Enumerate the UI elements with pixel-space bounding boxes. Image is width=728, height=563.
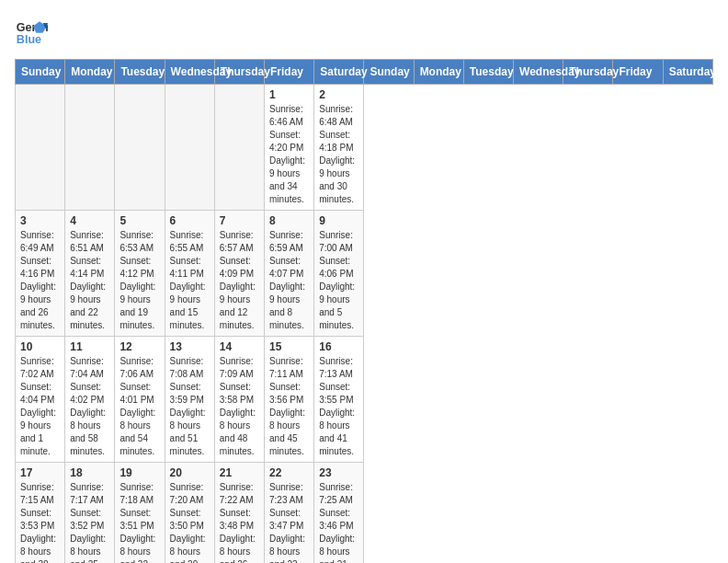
day-cell	[16, 85, 65, 211]
day-cell: 23Sunrise: 7:25 AM Sunset: 3:46 PM Dayli…	[314, 463, 364, 564]
day-number: 9	[319, 214, 358, 227]
day-number: 3	[20, 214, 60, 227]
day-info: Sunrise: 7:22 AM Sunset: 3:48 PM Dayligh…	[220, 481, 259, 563]
week-row-3: 10Sunrise: 7:02 AM Sunset: 4:04 PM Dayli…	[16, 337, 713, 463]
col-header-tuesday: Tuesday	[463, 60, 513, 85]
day-number: 1	[269, 88, 309, 101]
day-number: 23	[319, 466, 358, 479]
day-info: Sunrise: 7:20 AM Sunset: 3:50 PM Dayligh…	[170, 481, 210, 563]
day-info: Sunrise: 7:13 AM Sunset: 3:55 PM Dayligh…	[319, 355, 358, 458]
day-number: 19	[119, 466, 159, 479]
day-info: Sunrise: 7:25 AM Sunset: 3:46 PM Dayligh…	[319, 481, 358, 563]
day-cell: 10Sunrise: 7:02 AM Sunset: 4:04 PM Dayli…	[16, 337, 65, 463]
day-number: 14	[220, 340, 259, 353]
day-number: 21	[220, 466, 259, 479]
day-number: 16	[319, 340, 358, 353]
day-info: Sunrise: 6:59 AM Sunset: 4:07 PM Dayligh…	[269, 229, 309, 332]
day-number: 4	[70, 214, 109, 227]
col-header-saturday: Saturday	[663, 60, 712, 85]
day-cell: 2Sunrise: 6:48 AM Sunset: 4:18 PM Daylig…	[314, 85, 364, 211]
day-info: Sunrise: 6:48 AM Sunset: 4:18 PM Dayligh…	[319, 103, 358, 206]
day-cell: 22Sunrise: 7:23 AM Sunset: 3:47 PM Dayli…	[265, 463, 314, 564]
day-number: 7	[220, 214, 259, 227]
day-info: Sunrise: 7:02 AM Sunset: 4:04 PM Dayligh…	[20, 355, 60, 458]
day-info: Sunrise: 6:46 AM Sunset: 4:20 PM Dayligh…	[269, 103, 309, 206]
col-header-sunday: Sunday	[364, 60, 414, 85]
week-row-4: 17Sunrise: 7:15 AM Sunset: 3:53 PM Dayli…	[16, 463, 713, 564]
day-info: Sunrise: 7:08 AM Sunset: 3:59 PM Dayligh…	[170, 355, 210, 458]
day-number: 22	[269, 466, 309, 479]
day-cell: 1Sunrise: 6:46 AM Sunset: 4:20 PM Daylig…	[265, 85, 314, 211]
day-info: Sunrise: 7:11 AM Sunset: 3:56 PM Dayligh…	[269, 355, 309, 458]
logo: General Blue	[15, 15, 48, 48]
day-cell: 16Sunrise: 7:13 AM Sunset: 3:55 PM Dayli…	[314, 337, 364, 463]
day-number: 8	[269, 214, 309, 227]
day-number: 6	[170, 214, 210, 227]
day-number: 12	[119, 340, 159, 353]
week-row-2: 3Sunrise: 6:49 AM Sunset: 4:16 PM Daylig…	[16, 211, 713, 337]
col-header-friday: Friday	[613, 60, 663, 85]
day-info: Sunrise: 7:06 AM Sunset: 4:01 PM Dayligh…	[119, 355, 159, 458]
week-row-1: 1Sunrise: 6:46 AM Sunset: 4:20 PM Daylig…	[16, 85, 713, 211]
day-info: Sunrise: 6:49 AM Sunset: 4:16 PM Dayligh…	[20, 229, 60, 332]
col-header-friday: Friday	[265, 60, 314, 85]
calendar-table: SundayMondayTuesdayWednesdayThursdayFrid…	[15, 59, 713, 563]
day-number: 17	[20, 466, 60, 479]
day-number: 5	[119, 214, 159, 227]
day-cell: 5Sunrise: 6:53 AM Sunset: 4:12 PM Daylig…	[115, 211, 165, 337]
day-info: Sunrise: 7:15 AM Sunset: 3:53 PM Dayligh…	[20, 481, 60, 563]
col-header-wednesday: Wednesday	[514, 60, 563, 85]
day-cell: 3Sunrise: 6:49 AM Sunset: 4:16 PM Daylig…	[16, 211, 65, 337]
day-cell: 17Sunrise: 7:15 AM Sunset: 3:53 PM Dayli…	[16, 463, 65, 564]
col-header-tuesday: Tuesday	[115, 60, 165, 85]
day-info: Sunrise: 7:18 AM Sunset: 3:51 PM Dayligh…	[119, 481, 159, 563]
day-cell: 21Sunrise: 7:22 AM Sunset: 3:48 PM Dayli…	[214, 463, 264, 564]
day-number: 20	[170, 466, 210, 479]
day-cell: 13Sunrise: 7:08 AM Sunset: 3:59 PM Dayli…	[165, 337, 214, 463]
col-header-wednesday: Wednesday	[165, 60, 214, 85]
day-cell: 9Sunrise: 7:00 AM Sunset: 4:06 PM Daylig…	[314, 211, 364, 337]
col-header-saturday: Saturday	[314, 60, 364, 85]
day-info: Sunrise: 7:00 AM Sunset: 4:06 PM Dayligh…	[319, 229, 358, 332]
day-number: 15	[269, 340, 309, 353]
day-info: Sunrise: 6:57 AM Sunset: 4:09 PM Dayligh…	[220, 229, 259, 332]
col-header-monday: Monday	[414, 60, 463, 85]
day-cell	[65, 85, 115, 211]
header: General Blue	[15, 15, 713, 48]
day-cell: 18Sunrise: 7:17 AM Sunset: 3:52 PM Dayli…	[65, 463, 115, 564]
day-cell: 8Sunrise: 6:59 AM Sunset: 4:07 PM Daylig…	[265, 211, 314, 337]
col-header-thursday: Thursday	[563, 60, 613, 85]
day-number: 2	[319, 88, 358, 101]
day-cell: 4Sunrise: 6:51 AM Sunset: 4:14 PM Daylig…	[65, 211, 115, 337]
day-cell: 7Sunrise: 6:57 AM Sunset: 4:09 PM Daylig…	[214, 211, 264, 337]
day-cell: 11Sunrise: 7:04 AM Sunset: 4:02 PM Dayli…	[65, 337, 115, 463]
day-number: 10	[20, 340, 60, 353]
day-info: Sunrise: 6:51 AM Sunset: 4:14 PM Dayligh…	[70, 229, 109, 332]
logo-icon: General Blue	[15, 15, 48, 48]
svg-text:Blue: Blue	[17, 33, 41, 46]
col-header-thursday: Thursday	[214, 60, 264, 85]
day-cell	[115, 85, 165, 211]
day-info: Sunrise: 6:55 AM Sunset: 4:11 PM Dayligh…	[170, 229, 210, 332]
day-cell: 14Sunrise: 7:09 AM Sunset: 3:58 PM Dayli…	[214, 337, 264, 463]
day-number: 11	[70, 340, 109, 353]
col-header-sunday: Sunday	[16, 60, 65, 85]
header-row: SundayMondayTuesdayWednesdayThursdayFrid…	[16, 60, 713, 85]
day-cell: 12Sunrise: 7:06 AM Sunset: 4:01 PM Dayli…	[115, 337, 165, 463]
day-info: Sunrise: 6:53 AM Sunset: 4:12 PM Dayligh…	[119, 229, 159, 332]
day-cell: 6Sunrise: 6:55 AM Sunset: 4:11 PM Daylig…	[165, 211, 214, 337]
day-info: Sunrise: 7:23 AM Sunset: 3:47 PM Dayligh…	[269, 481, 309, 563]
day-cell	[214, 85, 264, 211]
day-info: Sunrise: 7:09 AM Sunset: 3:58 PM Dayligh…	[220, 355, 259, 458]
day-number: 13	[170, 340, 210, 353]
day-cell: 19Sunrise: 7:18 AM Sunset: 3:51 PM Dayli…	[115, 463, 165, 564]
day-cell	[165, 85, 214, 211]
day-number: 18	[70, 466, 109, 479]
day-cell: 20Sunrise: 7:20 AM Sunset: 3:50 PM Dayli…	[165, 463, 214, 564]
day-cell: 15Sunrise: 7:11 AM Sunset: 3:56 PM Dayli…	[265, 337, 314, 463]
day-info: Sunrise: 7:17 AM Sunset: 3:52 PM Dayligh…	[70, 481, 109, 563]
col-header-monday: Monday	[65, 60, 115, 85]
day-info: Sunrise: 7:04 AM Sunset: 4:02 PM Dayligh…	[70, 355, 109, 458]
